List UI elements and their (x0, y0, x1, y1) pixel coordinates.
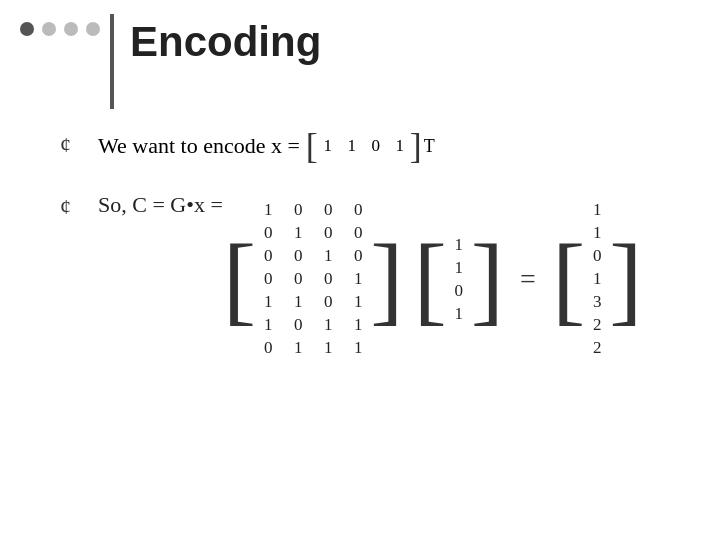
g22: 1 (318, 246, 338, 266)
x-bracket-left: [ (306, 130, 318, 162)
result-vector-container: [ 1 1 0 1 3 2 2 ] (552, 196, 643, 362)
g50: 1 (258, 315, 278, 335)
x0: 1 (320, 136, 336, 156)
rv3: 1 (587, 269, 607, 289)
rv2: 0 (587, 246, 607, 266)
g-matrix-grid: 1000 0100 0010 0001 1101 1011 0111 (256, 196, 370, 362)
x-vector-grid-col: 1 1 0 1 (447, 231, 471, 328)
xv-bracket-left: [ (413, 237, 446, 322)
x-vector-inline: [ 1 1 0 1 ] T (306, 130, 435, 162)
g41: 1 (288, 292, 308, 312)
x1: 1 (344, 136, 360, 156)
g-bracket-right: ] (370, 237, 403, 322)
equals-sign-1: = (520, 263, 536, 295)
rv0: 1 (587, 200, 607, 220)
g60: 0 (258, 338, 278, 358)
rv6: 2 (587, 338, 607, 358)
g03: 0 (348, 200, 368, 220)
slide-content: ¢ We want to encode x = [ 1 1 0 1 ] T ¢ … (60, 130, 710, 392)
xv2: 0 (449, 281, 469, 301)
bullet-1-text: We want to encode x = (98, 133, 300, 159)
xv3: 1 (449, 304, 469, 324)
g51: 0 (288, 315, 308, 335)
g63: 1 (348, 338, 368, 358)
xv1: 1 (449, 258, 469, 278)
g32: 0 (318, 269, 338, 289)
transpose-symbol: T (424, 136, 435, 157)
large-matrix-area: [ 1000 0100 0010 0001 1101 1011 0111 ] [ (223, 196, 643, 362)
g40: 1 (258, 292, 278, 312)
bullet-1-content: We want to encode x = [ 1 1 0 1 ] T (98, 130, 435, 162)
bullet-2-content: So, C = G•x = [ 1000 0100 0010 0001 1101… (98, 192, 643, 362)
g31: 0 (288, 269, 308, 289)
bullet-row-2: ¢ So, C = G•x = [ 1000 0100 0010 0001 11… (60, 192, 710, 362)
rv-bracket-left: [ (552, 237, 585, 322)
g52: 1 (318, 315, 338, 335)
x2: 0 (368, 136, 384, 156)
nav-dots (20, 22, 100, 36)
dot-2 (42, 22, 56, 36)
g-bracket-left: [ (223, 237, 256, 322)
x-bracket-right: ] (410, 130, 422, 162)
rv-bracket-right: ] (609, 237, 642, 322)
g13: 0 (348, 223, 368, 243)
g53: 1 (348, 315, 368, 335)
g33: 1 (348, 269, 368, 289)
g42: 0 (318, 292, 338, 312)
g10: 0 (258, 223, 278, 243)
rv4: 3 (587, 292, 607, 312)
xv-bracket-right: ] (471, 237, 504, 322)
dot-3 (64, 22, 78, 36)
x-vector-container: [ 1 1 0 1 ] (413, 231, 504, 328)
bullet-row-1: ¢ We want to encode x = [ 1 1 0 1 ] T (60, 130, 710, 162)
g01: 0 (288, 200, 308, 220)
title-bar (110, 14, 114, 109)
g61: 1 (288, 338, 308, 358)
x3: 1 (392, 136, 408, 156)
g30: 0 (258, 269, 278, 289)
g20: 0 (258, 246, 278, 266)
g23: 0 (348, 246, 368, 266)
dot-4 (86, 22, 100, 36)
g43: 1 (348, 292, 368, 312)
rv1: 1 (587, 223, 607, 243)
bullet-symbol-1: ¢ (60, 132, 80, 158)
g62: 1 (318, 338, 338, 358)
g12: 0 (318, 223, 338, 243)
bullet-symbol-2: ¢ (60, 194, 80, 220)
bullet-2-text: So, C = G•x = (98, 192, 223, 218)
g02: 0 (318, 200, 338, 220)
rv5: 2 (587, 315, 607, 335)
x-vector-grid: 1 1 0 1 (318, 134, 410, 158)
result-vector-grid: 1 1 0 1 3 2 2 (585, 196, 609, 362)
xv0: 1 (449, 235, 469, 255)
g-matrix-container: [ 1000 0100 0010 0001 1101 1011 0111 ] (223, 196, 404, 362)
g00: 1 (258, 200, 278, 220)
slide-title: Encoding (130, 18, 321, 66)
dot-1 (20, 22, 34, 36)
g21: 0 (288, 246, 308, 266)
g11: 1 (288, 223, 308, 243)
